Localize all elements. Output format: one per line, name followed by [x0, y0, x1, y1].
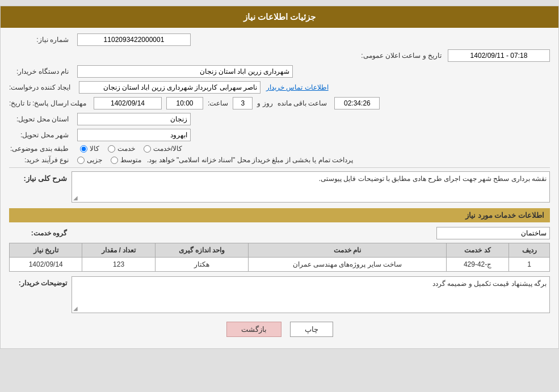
purchase-option-jozei[interactable]: جزیی — [77, 156, 102, 164]
group-label: گروه خدمت: — [9, 229, 72, 237]
buyer-desc-box: برگه پیشنهاد قیمت تکمیل و ضمیمه گردد ◢ — [72, 276, 550, 313]
org-name-label: نام دستگاه خریدار: — [9, 68, 72, 75]
city-input[interactable]: ابهرود — [77, 129, 191, 141]
purchase-jozei-label: جزیی — [87, 156, 102, 164]
services-section-title: اطلاعات خدمات مورد نیاز — [9, 208, 550, 222]
province-label: استان محل تحویل: — [9, 115, 72, 123]
deadline-label: مهلت ارسال پاسخ: تا تاریخ: — [9, 99, 89, 107]
description-text: نقشه برداری سطح شهر جهت اجرای طرح هادی م… — [319, 175, 547, 183]
time-label: ساعت: — [208, 99, 228, 107]
category-option-kala-khedmat[interactable]: کالا/خدمت — [144, 145, 182, 153]
page-title: جزئیات اطلاعات نیاز — [1, 6, 558, 28]
deadline-time-input[interactable]: 10:00 — [166, 97, 203, 109]
col-header-qty: تعداد / مقدار — [82, 243, 155, 258]
tender-number-input[interactable]: 1102093422000001 — [77, 33, 191, 46]
cell-code: ج-42-429 — [446, 258, 509, 272]
category-radio-khedmat[interactable] — [108, 145, 115, 153]
col-header-unit: واحد اندازه گیری — [155, 243, 248, 258]
col-header-name: نام خدمت — [249, 243, 447, 258]
col-header-code: کد خدمت — [446, 243, 509, 258]
purchase-option-mutavasset[interactable]: متوسط — [111, 156, 141, 164]
purchase-note: پرداخت تمام یا بخشی از مبلغ خریداز محل "… — [147, 156, 353, 164]
category-kala-khedmat-label: کالا/خدمت — [153, 145, 182, 153]
resize-handle[interactable]: ◢ — [73, 195, 78, 201]
category-radio-group: کالا/خدمت خدمت کالا — [80, 145, 182, 153]
cell-unit: هکتار — [155, 258, 248, 272]
category-khedmat-label: خدمت — [117, 145, 135, 153]
print-button[interactable]: چاپ — [290, 322, 333, 337]
table-row: 1 ج-42-429 ساخت سایر پروژه‌های مهندسی عم… — [10, 258, 550, 272]
col-header-date: تاریخ نیاز — [10, 243, 82, 258]
purchase-radio-jozei[interactable] — [77, 157, 85, 164]
province-input[interactable]: زنجان — [77, 113, 191, 125]
category-kala-label: کالا — [90, 145, 99, 153]
description-box: نقشه برداری سطح شهر جهت اجرای طرح هادی م… — [72, 171, 550, 203]
cell-name: ساخت سایر پروژه‌های مهندسی عمران — [249, 258, 447, 272]
cell-row: 1 — [509, 258, 550, 272]
purchase-radio-mutavasset[interactable] — [111, 157, 118, 164]
requester-input[interactable]: ناصر سهرابی کاربرداز شهرداری زرین اباد ا… — [79, 81, 260, 94]
cell-qty: 123 — [82, 258, 155, 272]
category-label: طبقه بندی موضوعی: — [9, 145, 72, 153]
purchase-radio-group: متوسط جزیی — [77, 156, 141, 164]
days-separator: روز و — [257, 99, 272, 107]
group-input[interactable]: ساختمان — [436, 227, 550, 239]
cell-date: 1402/09/14 — [10, 258, 82, 272]
buttons-row: چاپ بازگشت — [9, 322, 550, 337]
requester-label: ایجاد کننده درخواست: — [9, 83, 73, 91]
category-radio-kala[interactable] — [80, 145, 87, 153]
org-name-input[interactable]: شهرداری زرین اباد استان زنجان — [77, 65, 293, 78]
time-remaining-label: ساعت باقی مانده — [278, 99, 330, 107]
category-option-kala[interactable]: کالا — [80, 145, 99, 153]
purchase-type-label: نوع فرآیند خرید: — [9, 156, 72, 164]
tender-number-label: شماره نیاز: — [9, 36, 72, 44]
category-radio-kala-khedmat[interactable] — [144, 145, 151, 153]
services-table: ردیف کد خدمت نام خدمت واحد اندازه گیری ت… — [9, 243, 550, 272]
buyer-desc-label: توضیحات خریدار: — [9, 276, 72, 287]
description-label: شرح کلی نیاز: — [9, 171, 72, 183]
deadline-date-input[interactable]: 1402/09/14 — [94, 97, 162, 109]
days-input[interactable]: 3 — [233, 97, 253, 109]
purchase-mutavasset-label: متوسط — [120, 156, 141, 164]
announcement-input[interactable]: 1402/09/11 - 07:18 — [448, 49, 550, 62]
city-label: شهر محل تحویل: — [9, 131, 72, 139]
buyer-resize-handle[interactable]: ◢ — [73, 305, 78, 311]
contact-link[interactable]: اطلاعات تماس خریدار — [266, 83, 329, 91]
announcement-label: تاریخ و ساعت اعلان عمومی: — [361, 52, 444, 60]
back-button[interactable]: بازگشت — [226, 322, 281, 337]
time-remaining-input[interactable]: 02:34:26 — [334, 97, 380, 109]
buyer-desc-text: برگه پیشنهاد قیمت تکمیل و ضمیمه گردد — [72, 277, 549, 290]
category-option-khedmat[interactable]: خدمت — [108, 145, 135, 153]
col-header-row: ردیف — [509, 243, 550, 258]
